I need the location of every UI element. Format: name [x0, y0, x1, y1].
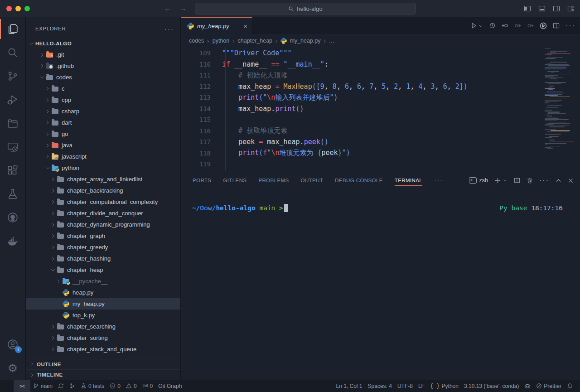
activity-project-manager-icon[interactable] [0, 111, 26, 135]
code-line-113[interactable]: 113 print("\n输入列表并建堆后") [181, 92, 580, 103]
status-copilot[interactable] [522, 380, 533, 392]
activity-remote-explorer-icon[interactable] [0, 135, 26, 159]
tree-item-chapter-hashing[interactable]: chapter_hashing [26, 253, 180, 264]
sidebar-section-timeline[interactable]: TIMELINE [26, 369, 180, 380]
activity-accounts-icon[interactable]: 1 [0, 333, 26, 356]
explorer-more-actions-icon[interactable]: ··· [164, 25, 174, 33]
local-history-icon[interactable] [489, 22, 496, 29]
status-lf[interactable]: LF [416, 380, 427, 392]
panel-tab-gitlens[interactable]: GITLENS [223, 171, 246, 189]
breadcrumb-item[interactable]: chapter_heap [238, 38, 272, 44]
chevron-right-icon[interactable] [44, 120, 51, 126]
tree-item-javascript[interactable]: JSjavascript [26, 151, 180, 162]
panel-tab-terminal[interactable]: TERMINAL [395, 171, 422, 189]
tree-item-heap-py[interactable]: heap.py [26, 287, 180, 298]
minimap[interactable] [545, 48, 577, 171]
tree-item-chapter-divide-and-conquer[interactable]: chapter_divide_and_conquer [26, 208, 180, 219]
maximize-window-button[interactable] [24, 6, 30, 11]
tree-item-chapter-backtracking[interactable]: chapter_backtracking [26, 185, 180, 196]
customize-layout-icon[interactable] [567, 5, 575, 12]
terminal[interactable]: ~/Dow/hello-algo main > Py base 18:17:16 [181, 189, 580, 380]
minimize-window-button[interactable] [15, 6, 21, 11]
chevron-right-icon[interactable] [55, 279, 62, 284]
status-ln-1-col-1[interactable]: Ln 1, Col 1 [333, 380, 365, 392]
status-graph[interactable] [67, 380, 78, 392]
shell-label[interactable]: >_ zsh [469, 177, 488, 184]
activity-search-icon[interactable] [0, 41, 26, 64]
nav-back-icon[interactable]: ← [164, 5, 171, 13]
split-terminal-icon[interactable] [514, 177, 520, 184]
tree-item-python[interactable]: python [26, 162, 180, 174]
tree-item-chapter-graph[interactable]: chapter_graph [26, 230, 180, 242]
code-line-115[interactable]: 115 [181, 114, 580, 126]
panel-tab-debug-console[interactable]: DEBUG CONSOLE [335, 171, 383, 189]
activity-extensions-icon[interactable] [0, 159, 26, 182]
status-3-10-13-base-conda-[interactable]: 3.10.13 ('base': conda) [461, 380, 522, 392]
code-line-112[interactable]: 112 max_heap = MaxHeap([9, 8, 6, 6, 7, 5… [181, 81, 580, 92]
panel-tab-problems[interactable]: PROBLEMS [258, 171, 289, 189]
maximize-panel-icon[interactable] [556, 178, 561, 184]
activity-source-control-icon[interactable] [0, 64, 26, 88]
status-git-graph[interactable]: Git Graph [155, 380, 184, 392]
code-line-109[interactable]: 109"""Driver Code""" [181, 48, 580, 59]
chevron-right-icon[interactable] [44, 143, 51, 148]
sidebar-section-outline[interactable]: OUTLINE [26, 359, 180, 369]
tree-item-chapter-heap[interactable]: chapter_heap [26, 264, 180, 276]
status-bell[interactable] [564, 380, 575, 392]
panel-tabs-more-icon[interactable]: ··· [434, 177, 443, 184]
tree-item-csharp[interactable]: csharp [26, 106, 180, 117]
chevron-right-icon[interactable] [49, 233, 57, 239]
code-line-114[interactable]: 114 max_heap.print() [181, 103, 580, 115]
tree-item-go[interactable]: go [26, 128, 180, 140]
chevron-right-icon[interactable] [49, 324, 57, 329]
chevron-down-icon[interactable] [28, 41, 35, 46]
status-0[interactable]: 0 [107, 380, 123, 392]
editor-more-actions-icon[interactable]: ··· [566, 22, 575, 30]
toggle-sidebar-icon[interactable] [524, 5, 531, 12]
chevron-right-icon[interactable] [44, 86, 51, 92]
panel-tab-output[interactable]: OUTPUT [301, 171, 324, 189]
status-0[interactable]: 0 [123, 380, 140, 392]
tree-item--git[interactable]: ⑂.git [26, 49, 180, 60]
activity-docker-icon[interactable] [0, 229, 26, 253]
status-spaces-4[interactable]: Spaces: 4 [365, 380, 395, 392]
status-main[interactable]: main [30, 380, 55, 392]
chevron-down-icon[interactable] [39, 75, 46, 80]
toggle-secondary-sidebar-icon[interactable] [553, 5, 560, 12]
status-python[interactable]: { }Python [427, 380, 461, 392]
tree-item-chapter-sorting[interactable]: chapter_sorting [26, 332, 180, 344]
step-forward-icon[interactable] [514, 22, 521, 29]
run-below-icon[interactable] [540, 22, 547, 29]
tree-item-chapter-stack-and-queue[interactable]: chapter_stack_and_queue [26, 344, 180, 355]
remote-indicator[interactable]: >< [14, 380, 30, 392]
activity-run-debug-icon[interactable] [0, 88, 26, 111]
tree-item-codes[interactable]: codes [26, 72, 180, 83]
breadcrumb-item[interactable]: my_heap.py [290, 38, 320, 44]
chevron-right-icon[interactable] [39, 63, 46, 69]
status-0[interactable]: 0 [140, 380, 156, 392]
breadcrumb-item[interactable]: python [213, 38, 230, 44]
panel-more-actions-icon[interactable]: ··· [539, 176, 549, 184]
chevron-right-icon[interactable] [49, 177, 57, 182]
breadcrumb-item[interactable]: … [329, 38, 335, 44]
chevron-right-icon[interactable] [49, 347, 57, 352]
status-sync[interactable] [55, 380, 67, 392]
code-line-119[interactable]: 119 [181, 159, 580, 170]
close-panel-icon[interactable] [568, 178, 574, 184]
activity-settings-icon[interactable]: ⚙ [0, 356, 26, 380]
chevron-right-icon[interactable] [49, 188, 57, 194]
status-utf-8[interactable]: UTF-8 [395, 380, 416, 392]
chevron-right-icon[interactable] [49, 335, 57, 341]
toggle-panel-icon[interactable] [538, 5, 546, 12]
command-center-search[interactable]: hello-algo [195, 3, 416, 15]
chevron-right-icon[interactable] [49, 222, 57, 227]
tab-my-heap[interactable]: my_heap.py × [181, 17, 252, 34]
tab-close-icon[interactable]: × [243, 22, 247, 30]
step-back-icon[interactable] [502, 22, 508, 29]
tree-item-my-heap-py[interactable]: my_heap.py [26, 298, 180, 310]
chevron-right-icon[interactable] [44, 97, 51, 103]
code-line-110[interactable]: 110if __name__ == "__main__": [181, 59, 580, 70]
code-line-111[interactable]: 111 # 初始化大顶堆 [181, 70, 580, 81]
tree-item-dart[interactable]: dart [26, 117, 180, 128]
chevron-down-icon[interactable] [44, 165, 51, 171]
